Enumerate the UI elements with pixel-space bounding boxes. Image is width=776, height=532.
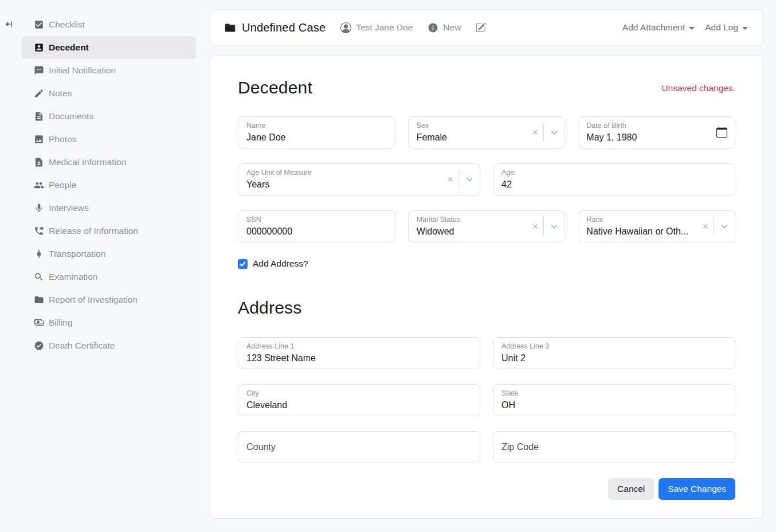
medical-information-icon — [34, 157, 44, 167]
notes-icon — [34, 88, 44, 99]
sidebar-item-release-of-information[interactable]: Release of Information — [21, 220, 196, 242]
divider — [543, 123, 544, 142]
sidebar: Checklist Decedent Initial Notification … — [0, 0, 202, 532]
race-value: Native Hawaiian or Oth... — [586, 225, 697, 237]
chevron-down-icon[interactable] — [550, 222, 559, 231]
folder-icon — [224, 22, 236, 34]
sidebar-collapse-button[interactable] — [5, 19, 15, 29]
address-row-2: City Cleveland State OH — [238, 384, 735, 416]
examination-icon — [34, 272, 44, 282]
name-value: Jane Doe — [246, 131, 387, 143]
age-label: Age — [501, 169, 727, 177]
county-label: County — [246, 442, 276, 452]
race-select[interactable]: Race Native Hawaiian or Oth... × — [578, 210, 735, 242]
clear-icon[interactable]: × — [532, 221, 539, 232]
marital-status-value: Widowed — [417, 225, 527, 237]
county-field[interactable]: County — [238, 431, 480, 463]
age-unit-select[interactable]: Age Unit of Measure Years × — [238, 163, 480, 195]
state-field[interactable]: State OH — [493, 384, 735, 416]
ssn-label: SSN — [246, 216, 387, 224]
edit-case-button[interactable] — [476, 22, 486, 33]
add-log-button[interactable]: Add Log — [705, 20, 748, 35]
sidebar-item-documents[interactable]: Documents — [21, 105, 196, 128]
case-status: New — [428, 22, 461, 33]
case-person: Test Jane Doe — [340, 22, 413, 33]
ssn-field[interactable]: SSN 000000000 — [238, 210, 395, 242]
interviews-icon — [34, 203, 44, 213]
sidebar-item-examination[interactable]: Examination — [21, 265, 196, 288]
people-icon — [34, 180, 44, 190]
dob-value: May 1, 1980 — [586, 131, 727, 143]
sidebar-item-notes[interactable]: Notes — [21, 82, 196, 105]
caret-down-icon — [742, 27, 748, 30]
transportation-icon — [34, 249, 44, 259]
documents-icon — [34, 111, 44, 122]
state-label: State — [501, 389, 727, 398]
sidebar-item-people[interactable]: People — [21, 174, 196, 197]
age-field[interactable]: Age 42 — [493, 163, 735, 195]
age-unit-value: Years — [246, 178, 442, 190]
age-value: 42 — [501, 178, 727, 190]
city-value: Cleveland — [246, 399, 472, 411]
decedent-row-1: Name Jane Doe Sex Female × Date of Birth… — [238, 116, 735, 148]
case-title: Undefined Case — [242, 21, 326, 34]
zip-code-label: Zip Code — [501, 442, 539, 452]
sidebar-item-medical-information[interactable]: Medical Information — [21, 151, 196, 174]
chevron-down-icon[interactable] — [550, 128, 559, 137]
sidebar-item-initial-notification[interactable]: Initial Notification — [21, 59, 196, 82]
sidebar-item-transportation[interactable]: Transportation — [21, 242, 196, 265]
address-row-3: County Zip Code — [238, 431, 735, 463]
date-of-birth-field[interactable]: Date of Birth May 1, 1980 — [578, 116, 735, 148]
checklist-icon — [34, 19, 44, 30]
report-of-investigation-icon — [34, 295, 44, 305]
add-address-checkbox[interactable] — [238, 259, 248, 269]
address-row-1: Address Line 1 123 Street Name Address L… — [238, 337, 735, 369]
sidebar-item-interviews[interactable]: Interviews — [21, 197, 196, 220]
address-line-1-field[interactable]: Address Line 1 123 Street Name — [238, 337, 480, 369]
form-actions: Cancel Save Changes — [238, 478, 735, 500]
decedent-form-card: Decedent Unsaved changes. Name Jane Doe … — [210, 55, 763, 519]
sex-select[interactable]: Sex Female × — [408, 116, 566, 148]
billing-icon — [34, 318, 44, 328]
chevron-down-icon[interactable] — [720, 222, 729, 231]
photos-icon — [34, 134, 44, 144]
sex-value: Female — [417, 131, 527, 143]
city-label: City — [246, 389, 472, 398]
sidebar-item-death-certificate[interactable]: Death Certificate — [21, 334, 196, 357]
address-line-2-label: Address Line 2 — [501, 342, 727, 351]
sidebar-item-decedent[interactable]: Decedent — [21, 36, 196, 59]
chevron-down-icon[interactable] — [465, 175, 474, 184]
sidebar-item-checklist[interactable]: Checklist — [21, 13, 196, 36]
name-label: Name — [246, 122, 387, 130]
cancel-button[interactable]: Cancel — [608, 478, 654, 500]
address-line-1-label: Address Line 1 — [246, 342, 472, 351]
zip-code-field[interactable]: Zip Code — [493, 431, 735, 463]
add-address-row: Add Address? — [238, 259, 735, 269]
city-field[interactable]: City Cleveland — [238, 384, 480, 416]
age-unit-label: Age Unit of Measure — [246, 169, 472, 177]
address-line-2-field[interactable]: Address Line 2 Unit 2 — [493, 337, 735, 369]
release-of-information-icon — [34, 226, 44, 236]
unsaved-changes-notice: Unsaved changes. — [662, 83, 735, 93]
marital-status-select[interactable]: Marital Status Widowed × — [408, 210, 566, 242]
state-value: OH — [501, 399, 727, 411]
sidebar-item-billing[interactable]: Billing — [21, 311, 196, 334]
clear-icon[interactable]: × — [447, 174, 453, 185]
case-person-name: Test Jane Doe — [356, 22, 413, 33]
add-attachment-button[interactable]: Add Attachment — [622, 20, 695, 35]
sidebar-item-photos[interactable]: Photos — [21, 128, 196, 151]
decedent-icon — [34, 42, 44, 53]
edit-square-icon — [476, 22, 486, 33]
clear-icon[interactable]: × — [702, 221, 708, 232]
address-section-title: Address — [238, 298, 735, 318]
sidebar-item-report-of-investigation[interactable]: Report of Investigation — [21, 288, 196, 311]
initial-notification-icon — [34, 65, 44, 76]
case-header: Undefined Case Test Jane Doe New Add Att… — [210, 9, 763, 46]
save-changes-button[interactable]: Save Changes — [659, 478, 735, 500]
name-field[interactable]: Name Jane Doe — [238, 116, 395, 148]
case-status-text: New — [443, 22, 461, 33]
clear-icon[interactable]: × — [532, 127, 539, 138]
divider — [714, 217, 714, 236]
calendar-icon[interactable] — [716, 127, 727, 138]
check-icon — [240, 261, 246, 267]
